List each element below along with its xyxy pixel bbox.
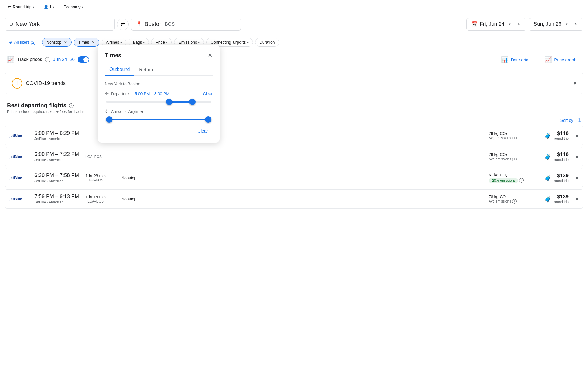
sort-row: Sort by: ⇅ bbox=[0, 116, 588, 126]
return-date-prev-button[interactable]: < bbox=[564, 21, 570, 27]
arrival-slider-thumb-left[interactable] bbox=[106, 116, 112, 123]
track-info-icon[interactable]: i bbox=[45, 57, 50, 62]
section-info-icon[interactable]: i bbox=[69, 103, 74, 108]
section-title: Best departing flights i bbox=[7, 102, 581, 109]
arrival-slider-fill bbox=[106, 119, 211, 120]
times-filter-button[interactable]: Times ✕ bbox=[74, 38, 99, 47]
flight-row[interactable]: jetBlue 6:00 PM – 7:22 PM JetBlue · Amer… bbox=[5, 147, 583, 166]
track-left: 📈 Track prices i Jun 24–26 bbox=[7, 56, 89, 63]
luggage-icon-2: 🧳 bbox=[544, 153, 552, 160]
track-label: Track prices bbox=[17, 57, 42, 62]
emissions-co2-4: 78 kg CO₂ bbox=[489, 194, 529, 199]
flight-info-2: LGA–BOS bbox=[85, 155, 484, 159]
price-details-2: $110 round trip bbox=[554, 152, 569, 162]
expand-button-1[interactable]: ▾ bbox=[576, 132, 578, 139]
price-graph-icon: 📈 bbox=[545, 56, 552, 63]
depart-date-next-button[interactable]: > bbox=[515, 21, 521, 27]
emissions-info-icon[interactable]: i bbox=[512, 136, 517, 140]
arrival-plane-icon: ✈ bbox=[105, 108, 109, 114]
price-col-2: 🧳 $110 round trip bbox=[534, 152, 569, 162]
covid-icon: i bbox=[12, 78, 22, 89]
price-col-3: 🧳 $139 round trip bbox=[534, 173, 569, 183]
airline-name-1: jetBlue bbox=[10, 133, 22, 138]
departure-slider-thumb-right[interactable] bbox=[189, 99, 196, 105]
flight-row[interactable]: jetBlue 7:59 PM – 9:13 PM JetBlue · Amer… bbox=[5, 189, 583, 209]
expand-button-3[interactable]: ▾ bbox=[576, 174, 578, 181]
nonstop-close-icon[interactable]: ✕ bbox=[64, 40, 67, 45]
date-grid-label: Date grid bbox=[511, 57, 528, 62]
emissions-info-icon-2[interactable]: i bbox=[512, 157, 517, 161]
covid-bar[interactable]: i COVID-19 trends ▾ bbox=[5, 73, 583, 94]
departure-slider-track bbox=[106, 101, 211, 103]
emissions-chevron-icon: ▾ bbox=[198, 41, 200, 44]
date-grid-icon: 📊 bbox=[501, 56, 508, 63]
destination-code: BOS bbox=[165, 22, 175, 27]
trip-type-chevron-icon: ▾ bbox=[33, 5, 34, 9]
depart-date-field[interactable]: 📅 Fri, Jun 24 < > bbox=[466, 18, 527, 31]
price-amount-2: $110 bbox=[554, 152, 569, 158]
emissions-info-icon-4[interactable]: i bbox=[512, 199, 517, 204]
flight-route-4: LGA–BOS bbox=[85, 199, 106, 203]
return-date-next-button[interactable]: > bbox=[572, 21, 578, 27]
price-details-4: $139 round trip bbox=[554, 194, 569, 204]
tab-outbound[interactable]: Outbound bbox=[105, 65, 134, 76]
expand-button-2[interactable]: ▾ bbox=[576, 153, 578, 160]
price-type-2: round trip bbox=[554, 158, 569, 162]
flight-row[interactable]: jetBlue 6:30 PM – 7:58 PM JetBlue · Amer… bbox=[5, 168, 583, 187]
emissions-co2-3: 61 kg CO₂ bbox=[489, 173, 529, 177]
departure-slider-thumb-left[interactable] bbox=[166, 99, 172, 105]
return-date-field[interactable]: Sun, Jun 26 < > bbox=[529, 18, 583, 31]
luggage-icon-3: 🧳 bbox=[544, 174, 552, 181]
flight-time-range-3: 6:30 PM – 7:58 PM bbox=[34, 172, 81, 179]
flight-row[interactable]: jetBlue 5:00 PM – 6:29 PM JetBlue · Amer… bbox=[5, 126, 583, 145]
nonstop-filter-button[interactable]: Nonstop ✕ bbox=[42, 38, 72, 47]
section-title-text: Best departing flights bbox=[7, 102, 67, 109]
price-amount-3: $139 bbox=[554, 173, 569, 179]
arrival-slider-thumb-right[interactable] bbox=[205, 116, 211, 123]
price-graph-button[interactable]: 📈 Price graph bbox=[540, 54, 581, 65]
flight-stop-type-4: Nonstop bbox=[117, 197, 140, 201]
emissions-co2-2: 78 kg CO₂ bbox=[489, 152, 529, 157]
all-filters-label: All filters (2) bbox=[14, 40, 36, 45]
origin-field[interactable]: New York bbox=[5, 18, 115, 31]
flight-duration-3: 1 hr 28 min JFK–BOS bbox=[85, 174, 106, 182]
clear-departure-button[interactable]: Clear bbox=[203, 91, 213, 96]
track-trend-icon: 📈 bbox=[7, 56, 14, 63]
times-close-icon[interactable]: ✕ bbox=[92, 40, 95, 45]
emissions-info-icon-3[interactable]: i bbox=[519, 178, 524, 183]
modal-close-button[interactable]: ✕ bbox=[208, 52, 213, 59]
covid-expand-icon: ▾ bbox=[574, 80, 576, 87]
person-icon: 👤 bbox=[43, 5, 48, 9]
all-filters-button[interactable]: ⚙ All filters (2) bbox=[5, 38, 40, 46]
expand-button-4[interactable]: ▾ bbox=[576, 196, 578, 203]
track-date-range: Jun 24–26 bbox=[53, 57, 75, 62]
passengers-label: 1 bbox=[50, 5, 52, 9]
origin-text: New York bbox=[15, 21, 40, 27]
sort-icon[interactable]: ⇅ bbox=[577, 117, 581, 124]
duration-text-4: 1 hr 14 min bbox=[85, 195, 106, 199]
top-bar: ⇄ Round trip ▾ 👤 1 ▾ Economy ▾ bbox=[0, 0, 588, 14]
destination-field[interactable]: 📍 Boston BOS bbox=[131, 18, 241, 31]
date-grid-button[interactable]: 📊 Date grid bbox=[496, 54, 533, 65]
tab-return[interactable]: Return bbox=[134, 65, 158, 75]
emissions-label-3: -20% emissions i bbox=[489, 177, 529, 183]
duration-text-3: 1 hr 28 min bbox=[85, 174, 106, 178]
passengers-button[interactable]: 👤 1 ▾ bbox=[40, 3, 58, 11]
departure-slider-fill bbox=[169, 101, 192, 103]
duration-filter-button[interactable]: Duration bbox=[255, 38, 279, 47]
flight-stop-type-3: Nonstop bbox=[117, 176, 140, 180]
flight-times-2: 6:00 PM – 7:22 PM JetBlue · American bbox=[34, 151, 81, 162]
flight-times-1: 5:00 PM – 6:29 PM JetBlue · American bbox=[34, 130, 81, 141]
modal-clear-button[interactable]: Clear bbox=[193, 126, 213, 136]
trip-type-button[interactable]: ⇄ Round trip ▾ bbox=[5, 3, 38, 11]
swap-button[interactable]: ⇄ bbox=[117, 19, 129, 30]
connecting-chevron-icon: ▾ bbox=[247, 41, 249, 44]
depart-date-prev-button[interactable]: < bbox=[507, 21, 513, 27]
emissions-1: 78 kg CO₂ Avg emissions i bbox=[489, 131, 529, 140]
flight-times-4: 7:59 PM – 9:13 PM JetBlue · American bbox=[34, 194, 81, 204]
modal-title: Times bbox=[105, 52, 121, 59]
track-prices-toggle[interactable] bbox=[78, 56, 89, 63]
cabin-button[interactable]: Economy ▾ bbox=[60, 3, 86, 11]
emissions-4: 78 kg CO₂ Avg emissions i bbox=[489, 194, 529, 204]
covid-text: COVID-19 trends bbox=[26, 80, 66, 87]
